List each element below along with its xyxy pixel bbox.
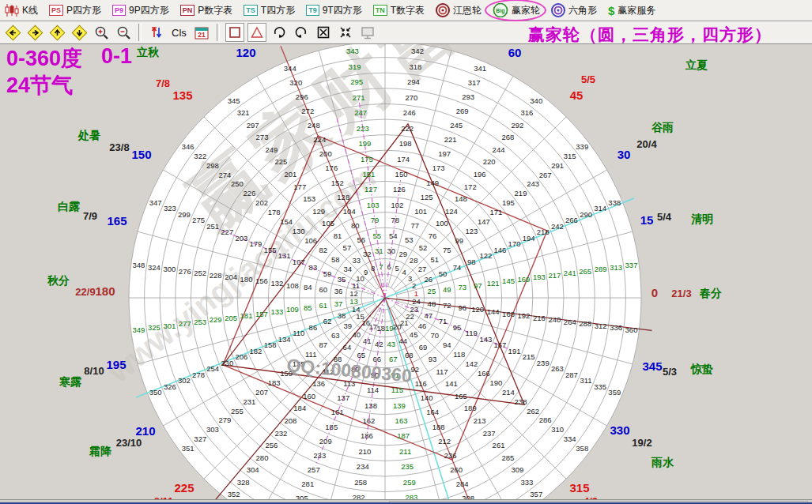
svg-text:126: 126 bbox=[393, 185, 406, 194]
toolbar-item-9T四方形[interactable]: T99T四方形 bbox=[306, 4, 362, 17]
expand-box-button[interactable] bbox=[314, 23, 333, 42]
candlestick-icon bbox=[5, 3, 19, 17]
svg-text:86: 86 bbox=[309, 323, 318, 332]
svg-text:179: 179 bbox=[250, 239, 262, 248]
svg-text:221: 221 bbox=[444, 135, 457, 144]
svg-text:257: 257 bbox=[308, 465, 320, 474]
toolbar-item-label: 9T四方形 bbox=[323, 4, 362, 17]
svg-text:235: 235 bbox=[401, 462, 414, 471]
zoom-in-button[interactable] bbox=[92, 23, 111, 42]
svg-text:349: 349 bbox=[133, 325, 145, 334]
square-tool-button[interactable] bbox=[225, 23, 244, 42]
svg-text:152: 152 bbox=[331, 179, 344, 187]
svg-text:242: 242 bbox=[551, 222, 564, 231]
svg-text:211: 211 bbox=[399, 447, 411, 456]
toolbar-item-K线[interactable]: K线 bbox=[5, 3, 38, 17]
svg-text:165: 165 bbox=[455, 392, 467, 401]
svg-text:101: 101 bbox=[414, 207, 427, 216]
svg-text:149: 149 bbox=[426, 179, 439, 187]
svg-text:73: 73 bbox=[458, 283, 466, 291]
rotate-ccw-button[interactable] bbox=[292, 23, 311, 42]
square-tool bbox=[228, 25, 242, 39]
svg-text:100: 100 bbox=[436, 219, 448, 228]
svg-text:5: 5 bbox=[395, 264, 399, 273]
svg-text:60: 60 bbox=[319, 285, 327, 294]
svg-text:334: 334 bbox=[564, 434, 576, 443]
svg-text:82: 82 bbox=[319, 246, 327, 254]
svg-text:132: 132 bbox=[270, 279, 283, 288]
toolbar-item-P数字表[interactable]: PNP数字表 bbox=[180, 4, 233, 17]
svg-text:44: 44 bbox=[398, 337, 407, 345]
ts-badge-icon: TS bbox=[244, 5, 258, 16]
svg-text:240: 240 bbox=[548, 315, 561, 324]
arrow-left-diamond-button[interactable] bbox=[3, 23, 22, 42]
svg-text:79: 79 bbox=[371, 216, 380, 224]
svg-text:105: 105 bbox=[322, 219, 334, 228]
updown-arrows-button[interactable] bbox=[147, 23, 166, 42]
updown-arrows bbox=[149, 25, 164, 39]
toolbar-item-P四方形[interactable]: PSP四方形 bbox=[49, 4, 101, 17]
arrow-left-diamond bbox=[5, 24, 21, 41]
svg-text:63: 63 bbox=[331, 331, 340, 340]
svg-text:275: 275 bbox=[192, 216, 205, 224]
toolbar-item-T数字表[interactable]: TNT数字表 bbox=[373, 4, 425, 17]
arrow-down-diamond-button[interactable] bbox=[70, 23, 89, 42]
toolbar-item-江恩轮[interactable]: 江恩轮 bbox=[436, 3, 482, 17]
svg-text:97: 97 bbox=[474, 281, 482, 290]
svg-text:284: 284 bbox=[456, 480, 469, 488]
svg-text:232: 232 bbox=[274, 429, 287, 438]
arrow-up-diamond-button[interactable] bbox=[47, 23, 66, 42]
rotate-cw-button[interactable] bbox=[270, 23, 289, 42]
svg-text:335: 335 bbox=[594, 382, 606, 391]
svg-text:99: 99 bbox=[455, 236, 463, 245]
svg-text:107: 107 bbox=[293, 258, 305, 266]
svg-text:170: 170 bbox=[508, 239, 521, 248]
svg-text:125: 125 bbox=[421, 193, 433, 201]
zoom-out-button[interactable] bbox=[114, 23, 133, 42]
svg-text:228: 228 bbox=[210, 271, 222, 280]
toolbar-item-T四方形[interactable]: TST四方形 bbox=[244, 4, 295, 17]
svg-text:58: 58 bbox=[331, 255, 340, 264]
svg-text:138: 138 bbox=[364, 401, 377, 410]
svg-text:121: 121 bbox=[487, 279, 500, 288]
svg-text:5/4: 5/4 bbox=[657, 211, 672, 223]
toolbar-item-六角形[interactable]: 六角形 bbox=[551, 3, 597, 17]
svg-text:133: 133 bbox=[270, 307, 283, 316]
svg-text:171: 171 bbox=[489, 208, 502, 216]
center-arrows-button[interactable] bbox=[336, 23, 355, 42]
svg-text:143: 143 bbox=[479, 335, 492, 344]
cls-button[interactable]: Cls bbox=[169, 23, 189, 42]
svg-text:233: 233 bbox=[313, 451, 326, 460]
svg-text:204: 204 bbox=[225, 273, 237, 281]
svg-text:21: 21 bbox=[198, 31, 206, 39]
calendar-button[interactable]: 21 bbox=[192, 23, 211, 42]
svg-text:302: 302 bbox=[178, 376, 191, 385]
svg-text:寒露: 寒露 bbox=[59, 375, 82, 388]
svg-text:60: 60 bbox=[508, 46, 522, 59]
svg-text:26: 26 bbox=[425, 275, 433, 284]
svg-text:201: 201 bbox=[284, 170, 296, 179]
svg-text:144: 144 bbox=[487, 307, 500, 316]
svg-text:161: 161 bbox=[331, 408, 344, 416]
svg-text:31: 31 bbox=[375, 246, 383, 255]
svg-text:325: 325 bbox=[148, 323, 161, 332]
toolbar-item-赢家轮[interactable]: Big赢家轮 bbox=[493, 3, 540, 17]
pn-badge-icon: PN bbox=[180, 5, 195, 16]
svg-text:5/5: 5/5 bbox=[581, 73, 595, 85]
svg-text:283: 283 bbox=[405, 493, 417, 499]
svg-text:269: 269 bbox=[456, 107, 469, 115]
svg-text:136: 136 bbox=[312, 379, 325, 388]
toolbar-item-赢家服务[interactable]: $赢家服务 bbox=[608, 4, 655, 17]
arrow-right-diamond-button[interactable] bbox=[25, 23, 44, 42]
toolbar-item-9P四方形[interactable]: P99P四方形 bbox=[112, 4, 169, 17]
svg-text:185: 185 bbox=[325, 423, 338, 431]
svg-text:127: 127 bbox=[364, 185, 377, 194]
svg-text:41: 41 bbox=[363, 337, 372, 345]
svg-text:119: 119 bbox=[466, 329, 478, 337]
svg-text:172: 172 bbox=[464, 182, 477, 191]
triangle-tool-button[interactable] bbox=[247, 23, 266, 42]
svg-text:270: 270 bbox=[405, 93, 417, 102]
svg-text:4: 4 bbox=[402, 268, 406, 276]
svg-text:28: 28 bbox=[410, 256, 418, 265]
svg-text:253: 253 bbox=[194, 318, 206, 326]
